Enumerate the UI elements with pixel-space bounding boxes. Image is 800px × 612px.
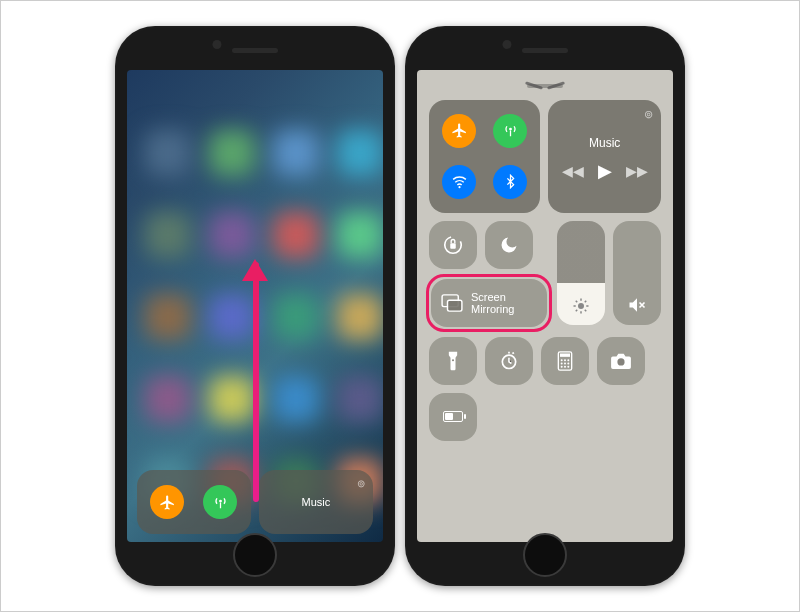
- music-label: Music: [302, 496, 331, 508]
- wifi-toggle[interactable]: [442, 165, 476, 199]
- svg-rect-6: [448, 300, 462, 311]
- svg-point-20: [567, 365, 569, 367]
- svg-point-21: [617, 358, 624, 365]
- cc-row-4: [429, 393, 661, 441]
- antenna-icon: [502, 122, 519, 139]
- bluetooth-icon: [503, 173, 518, 190]
- airplay-icon: ⊚: [357, 478, 365, 489]
- cc-row-3: [429, 337, 661, 385]
- volume-mute-icon: [627, 295, 647, 315]
- svg-point-17: [567, 362, 569, 364]
- low-power-mode-button[interactable]: [429, 393, 477, 441]
- do-not-disturb-button[interactable]: [485, 221, 533, 269]
- volume-slider[interactable]: [613, 221, 661, 325]
- svg-point-15: [561, 362, 563, 364]
- flashlight-icon: [446, 351, 460, 371]
- control-center-peek[interactable]: ⊚ Music: [127, 462, 383, 542]
- arrow-head-icon: [242, 259, 268, 281]
- orientation-lock-button[interactable]: [429, 221, 477, 269]
- camera-button[interactable]: [597, 337, 645, 385]
- brightness-icon: [572, 297, 590, 315]
- airplane-mode-toggle[interactable]: [442, 114, 476, 148]
- cc-row-2: Screen Mirroring: [429, 221, 661, 329]
- forward-button[interactable]: ▶▶: [626, 163, 648, 179]
- home-button[interactable]: [523, 533, 567, 577]
- cc-row-1: ⊚ Music ◀◀ ▶ ▶▶: [429, 100, 661, 213]
- screen-mirroring-label: Screen Mirroring: [471, 291, 514, 315]
- bluetooth-toggle[interactable]: [493, 165, 527, 199]
- connectivity-tile-peek[interactable]: [137, 470, 251, 534]
- home-button[interactable]: [233, 533, 277, 577]
- wifi-icon: [451, 173, 468, 190]
- airplane-icon: [451, 122, 468, 139]
- svg-point-13: [564, 359, 566, 361]
- screen-mirroring-highlight: Screen Mirroring: [426, 274, 552, 332]
- control-center-handle[interactable]: [527, 84, 563, 88]
- screen-mirroring-icon: [441, 294, 463, 312]
- flashlight-button[interactable]: [429, 337, 477, 385]
- lock-rotation-icon: [442, 234, 464, 256]
- iphone-screen-left: ⊚ Music: [127, 70, 383, 542]
- airplane-mode-toggle[interactable]: [150, 485, 184, 519]
- music-controls: ◀◀ ▶ ▶▶: [562, 160, 648, 182]
- moon-icon: [499, 235, 519, 255]
- timer-icon: [499, 351, 519, 371]
- calculator-button[interactable]: [541, 337, 589, 385]
- svg-point-0: [219, 499, 222, 502]
- svg-point-19: [564, 365, 566, 367]
- svg-rect-4: [450, 243, 456, 249]
- svg-rect-11: [560, 353, 570, 356]
- antenna-icon: [212, 494, 229, 511]
- control-center: ⊚ Music ◀◀ ▶ ▶▶: [417, 70, 673, 542]
- camera-icon: [610, 352, 632, 370]
- svg-point-16: [564, 362, 566, 364]
- music-tile-peek[interactable]: ⊚ Music: [259, 470, 373, 534]
- play-button[interactable]: ▶: [598, 160, 612, 182]
- connectivity-tile[interactable]: [429, 100, 540, 213]
- brightness-slider[interactable]: [557, 221, 605, 325]
- iphone-left: ⊚ Music: [115, 26, 395, 586]
- svg-point-18: [561, 365, 563, 367]
- iphone-screen-right: ⊚ Music ◀◀ ▶ ▶▶: [417, 70, 673, 542]
- svg-point-1: [509, 128, 512, 131]
- screen-mirroring-button[interactable]: Screen Mirroring: [431, 279, 547, 327]
- cellular-toggle[interactable]: [493, 114, 527, 148]
- airplay-icon: ⊚: [644, 108, 653, 121]
- iphone-right: ⊚ Music ◀◀ ▶ ▶▶: [405, 26, 685, 586]
- svg-point-12: [561, 359, 563, 361]
- rewind-button[interactable]: ◀◀: [562, 163, 584, 179]
- music-tile[interactable]: ⊚ Music ◀◀ ▶ ▶▶: [548, 100, 661, 213]
- svg-point-14: [567, 359, 569, 361]
- svg-point-2: [458, 187, 460, 189]
- battery-icon: [443, 411, 463, 422]
- timer-button[interactable]: [485, 337, 533, 385]
- airdrop-toggle[interactable]: [203, 485, 237, 519]
- airplane-icon: [159, 494, 176, 511]
- calculator-icon: [557, 351, 573, 371]
- svg-point-8: [452, 359, 454, 361]
- music-label: Music: [589, 136, 620, 150]
- svg-point-7: [578, 303, 584, 309]
